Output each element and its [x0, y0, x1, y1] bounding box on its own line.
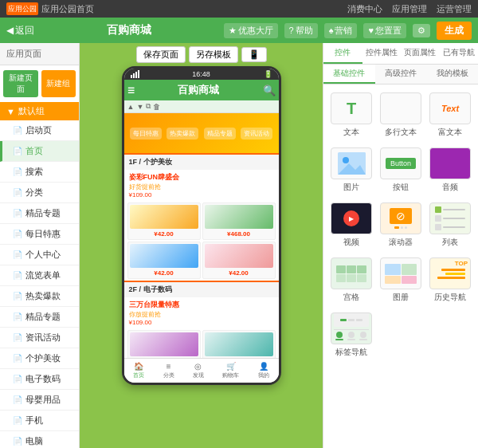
page-icon: 📄	[13, 312, 22, 321]
widget-tabnav[interactable]: 标签导航	[328, 309, 374, 361]
widget-text[interactable]: T 文本	[328, 89, 374, 141]
product-item[interactable]: ¥42.00	[127, 202, 201, 240]
widget-history[interactable]: TOP 历史导航	[427, 254, 473, 306]
star-icon: ★	[229, 26, 237, 36]
app-manage-link[interactable]: 应用管理	[392, 3, 427, 15]
product-item[interactable]: ¥42.00	[127, 242, 201, 279]
widget-richtext[interactable]: Text 富文本	[427, 89, 473, 141]
widget-tabnav-label: 标签导航	[335, 347, 367, 358]
page-icon: 📄	[13, 395, 22, 404]
new-group-button[interactable]: 新建组	[41, 70, 76, 97]
widget-album[interactable]: 图册	[378, 254, 424, 306]
sidebar-item-electronics[interactable]: 📄 电子数码	[0, 369, 79, 390]
marketing-button[interactable]: ♠ 营销	[324, 23, 358, 38]
widget-button[interactable]: Button 按钮	[378, 144, 424, 196]
folder-icon: ▼	[6, 107, 15, 116]
save-page-button[interactable]: 保存页面	[136, 46, 186, 63]
tab-widget-props[interactable]: 控件属性	[362, 43, 402, 64]
back-label: 返回	[15, 24, 34, 37]
save-template-button[interactable]: 另存模板	[189, 46, 238, 63]
product-item[interactable]: ¥42.00	[202, 242, 276, 279]
sidebar-item-browse[interactable]: 📄 流览表单	[0, 265, 79, 286]
page-icon: 📄	[13, 167, 22, 176]
promo2-title: 三万台限量特惠	[129, 300, 274, 310]
toggle-button[interactable]: 📱	[241, 47, 267, 62]
battery-icon: 🔋	[264, 70, 272, 78]
sidebar-item-phone[interactable]: 📄 手机	[0, 411, 79, 431]
sidebar-item-baby[interactable]: 📄 母婴用品	[0, 390, 79, 411]
product-image	[130, 205, 198, 229]
sidebar-item-personal[interactable]: 📄 个人中心	[0, 245, 79, 265]
settings-button[interactable]: ⚙	[413, 24, 430, 37]
widget-list-icon	[429, 202, 471, 234]
bottom-nav-cart[interactable]: 🛒 购物车	[222, 362, 239, 379]
sidebar-item-launchpage[interactable]: 📄 启动页	[0, 120, 79, 141]
edit-down-icon[interactable]: ▼	[136, 103, 143, 111]
current-page-link[interactable]: 应用公园首页	[41, 3, 94, 15]
tab-widgets[interactable]: 控件	[323, 43, 362, 64]
widget-palace[interactable]: 宫格	[328, 254, 374, 306]
subtab-advanced[interactable]: 高级控件	[375, 65, 427, 84]
bottom-nav-category[interactable]: ≡ 分类	[163, 362, 174, 379]
expense-center-link[interactable]: 消费中心	[347, 3, 382, 15]
widget-button-label: 按钮	[393, 182, 409, 193]
widget-slider[interactable]: ⊘ 滚动器	[378, 199, 424, 251]
new-page-button[interactable]: 新建页面	[3, 70, 38, 97]
help-button[interactable]: ? 帮助	[284, 23, 318, 38]
widget-slider-label: 滚动器	[389, 237, 413, 248]
sidebar-actions: 新建页面 新建组	[0, 65, 79, 102]
widgets-grid: T 文本 多行文本 Text	[323, 84, 478, 366]
widget-palace-label: 宫格	[343, 292, 359, 303]
promo2-sub: 你放提前抢	[129, 310, 274, 319]
page-icon: 📄	[13, 271, 22, 280]
widget-multitext[interactable]: 多行文本	[378, 89, 424, 141]
edit-copy-icon[interactable]: ⧉	[146, 102, 151, 111]
widget-image[interactable]: 图片	[328, 144, 374, 196]
phone-section1-promo: 姿彩FUN肆盛会 好货提前抢 ¥109.00	[124, 170, 279, 201]
ops-manage-link[interactable]: 运营管理	[437, 3, 472, 15]
promo-hall-button[interactable]: ★ 优惠大厅	[224, 23, 278, 38]
sidebar-item-news[interactable]: 📄 资讯活动	[0, 328, 79, 348]
sidebar-item-hot[interactable]: 📄 热卖爆款	[0, 286, 79, 307]
page-icon: 📄	[13, 250, 22, 259]
edit-delete-icon[interactable]: 🗑	[153, 103, 160, 111]
widget-video[interactable]: ▶ 视频	[328, 199, 374, 251]
list-visual	[435, 206, 465, 230]
sidebar-item-featured[interactable]: 📄 精品专题	[0, 203, 79, 224]
product-image	[130, 244, 198, 268]
edit-up-icon[interactable]: ▲	[127, 103, 135, 111]
phone-content[interactable]: ▲ ▼ ⧉ 🗑 每日特惠 热卖爆款 精品专题 资讯活动 1F / 个护美妆 姿彩…	[124, 100, 279, 373]
tabnav-visual	[334, 312, 369, 340]
product-item[interactable]: ¥468.00	[202, 202, 276, 240]
back-button[interactable]: ◀ 返回	[6, 24, 34, 37]
page-icon: 📄	[13, 437, 22, 446]
subtab-basic[interactable]: 基础控件	[323, 65, 375, 84]
generate-button[interactable]: 生成	[437, 22, 472, 40]
sidebar-item-daily[interactable]: 📄 每日特惠	[0, 224, 79, 245]
sidebar-item-computer[interactable]: 📄 电脑	[0, 431, 79, 448]
subtab-mytemplate[interactable]: 我的模板	[426, 65, 478, 84]
album-visual	[385, 264, 417, 284]
sidebar-item-category[interactable]: 📄 分类	[0, 183, 79, 203]
bottom-nav-profile[interactable]: 👤 我的	[258, 362, 269, 379]
widget-audio[interactable]: 音频	[427, 144, 473, 196]
profile-icon: 👤	[259, 362, 268, 371]
sidebar-item-search[interactable]: 📄 搜索	[0, 162, 79, 183]
sidebar-item-premium[interactable]: 📄 精品专题	[0, 307, 79, 328]
top-nav-right: 消费中心 应用管理 运营管理	[347, 3, 472, 15]
widget-list[interactable]: 列表	[427, 199, 473, 251]
sidebar-item-home[interactable]: 📄 首页	[0, 141, 79, 162]
svg-point-1	[343, 157, 349, 163]
favorite-button[interactable]: ♥ 您置置	[363, 23, 406, 38]
page-icon: 📄	[13, 416, 22, 425]
product-image	[205, 244, 273, 268]
phone-status-bar: 16:48 🔋	[124, 69, 279, 80]
bottom-nav-discover[interactable]: ◎ 发现	[193, 362, 204, 379]
tab-existing-nav[interactable]: 已有导航	[440, 43, 479, 64]
tab-page-props[interactable]: 页面属性	[401, 43, 440, 64]
bottom-nav-home[interactable]: 🏠 首页	[133, 362, 144, 379]
widget-audio-icon	[429, 147, 471, 179]
widget-image-label: 图片	[343, 182, 359, 193]
widget-multitext-icon	[380, 92, 421, 124]
sidebar-item-beauty[interactable]: 📄 个护美妆	[0, 348, 79, 369]
